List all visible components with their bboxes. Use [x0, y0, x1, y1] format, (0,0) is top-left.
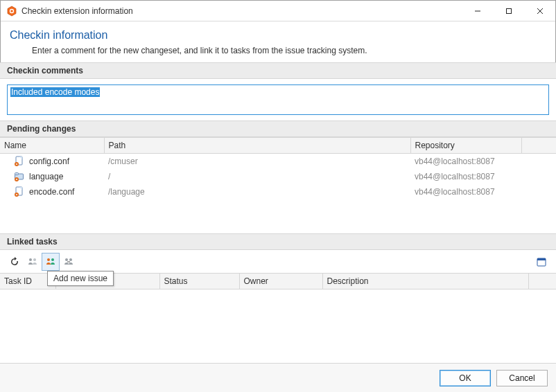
pending-row[interactable]: config.conf /cmuser vb44@localhost:8087: [0, 154, 556, 169]
link-people-icon: [63, 256, 74, 267]
refresh-icon: [9, 256, 20, 267]
dialog-footer: OK Cancel: [0, 363, 556, 392]
file-changed-icon: [14, 186, 25, 197]
people-icon: [27, 256, 38, 267]
col-owner[interactable]: Owner: [239, 274, 322, 289]
ok-button[interactable]: OK: [440, 370, 491, 386]
svg-rect-18: [16, 194, 17, 195]
calendar-button[interactable]: [532, 253, 550, 271]
pending-row[interactable]: language / vb44@localhost:8087: [0, 169, 556, 184]
svg-point-23: [65, 258, 68, 261]
titlebar: Checkin extension information: [1, 1, 555, 21]
svg-rect-12: [15, 173, 19, 175]
svg-rect-4: [506, 8, 511, 13]
svg-point-21: [47, 258, 50, 261]
pending-name: encode.conf: [29, 187, 74, 197]
section-header-comments: Checkin comments: [0, 62, 556, 79]
pending-repo: vb44@localhost:8087: [410, 184, 521, 199]
pending-path: /cmuser: [104, 154, 410, 169]
calendar-icon: [536, 256, 547, 267]
section-header-linked: Linked tasks: [0, 233, 556, 250]
col-repo[interactable]: Repository: [410, 138, 521, 154]
col-extra[interactable]: [521, 138, 556, 154]
file-changed-icon: [14, 156, 25, 167]
page-subtitle: Enter a comment for the new changeset, a…: [32, 46, 546, 55]
svg-rect-27: [537, 258, 546, 260]
window-close-button[interactable]: [524, 1, 555, 21]
svg-point-19: [29, 258, 32, 261]
folder-changed-icon: [14, 171, 25, 182]
svg-point-22: [51, 258, 54, 261]
browse-issues-button[interactable]: [24, 253, 42, 271]
pending-repo: vb44@localhost:8087: [410, 154, 521, 169]
add-people-icon: [45, 256, 56, 267]
dialog-header: Checkin information Enter a comment for …: [0, 21, 556, 62]
window-maximize-button[interactable]: [493, 1, 524, 21]
checkin-comment-value: Included encode modes: [10, 87, 100, 97]
col-description[interactable]: Description: [322, 274, 528, 289]
link-issue-button[interactable]: [60, 253, 78, 271]
col-name[interactable]: Name: [0, 138, 104, 154]
pending-name: language: [29, 172, 63, 181]
section-header-pending: Pending changes: [0, 121, 556, 137]
page-title: Checkin information: [10, 29, 546, 42]
svg-rect-14: [16, 179, 17, 179]
svg-point-20: [33, 258, 36, 261]
pending-path: /: [104, 169, 410, 184]
pending-name: config.conf: [29, 157, 69, 166]
app-icon: [6, 6, 17, 17]
pending-header-row: Name Path Repository: [0, 138, 556, 154]
svg-point-2: [10, 10, 13, 12]
svg-point-24: [69, 258, 72, 261]
col-extra[interactable]: [528, 274, 556, 289]
col-status[interactable]: Status: [159, 274, 239, 289]
tooltip-add-issue: Add new issue: [47, 271, 114, 286]
add-issue-button[interactable]: [42, 253, 60, 271]
svg-rect-10: [16, 163, 17, 164]
pending-repo: vb44@localhost:8087: [410, 169, 521, 184]
linked-tasks-toolbar: Add new issue: [0, 250, 556, 274]
pending-path: /language: [104, 184, 410, 199]
window-minimize-button[interactable]: [462, 1, 493, 21]
checkin-comment-input[interactable]: Included encode modes: [7, 84, 549, 115]
linked-tasks-body: [0, 289, 556, 363]
pending-row[interactable]: encode.conf /language vb44@localhost:808…: [0, 184, 556, 199]
cancel-button[interactable]: Cancel: [496, 370, 548, 386]
col-path[interactable]: Path: [104, 138, 410, 154]
window-title: Checkin extension information: [21, 6, 133, 16]
refresh-button[interactable]: [6, 253, 24, 271]
